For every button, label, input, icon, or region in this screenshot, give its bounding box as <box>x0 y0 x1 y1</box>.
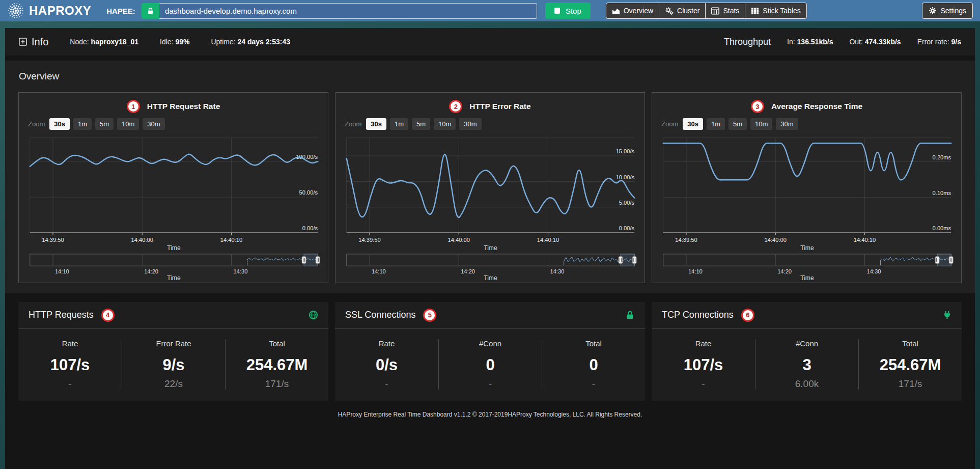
zoom-option-1m[interactable]: 1m <box>73 118 92 130</box>
chart-area-icon <box>612 7 620 15</box>
zoom-controls: Zoom 30s 1m 5m 10m 30m <box>28 118 322 130</box>
zoom-option-10m[interactable]: 10m <box>117 118 139 130</box>
stick-tables-button[interactable]: Stick Tables <box>745 3 806 19</box>
stop-button[interactable]: Stop <box>545 3 591 19</box>
idle-info: Idle: 99% <box>160 38 189 46</box>
card-http-requests: HTTP Requests 4 Rate 107/s - Err <box>18 302 328 401</box>
overview-button-label: Overview <box>624 7 653 15</box>
annotation-badge-1: 1 <box>127 100 140 113</box>
uptime-info: Uptime: 24 days 2:53:43 <box>211 38 290 46</box>
svg-text:14:40:10: 14:40:10 <box>220 237 242 243</box>
line-chart[interactable]: 14:39:5014:40:0014:40:1015.00/s10.00/s5.… <box>342 134 638 253</box>
zoom-label: Zoom <box>28 120 45 128</box>
stat-error-rate: Error Rate 9/s 22/s <box>122 339 225 390</box>
stat-value: 107/s <box>18 356 122 374</box>
chart-navigator[interactable]: 14:1014:2014:30Time <box>658 253 955 281</box>
card-title: HTTP Requests <box>29 310 94 320</box>
zoom-option-30s[interactable]: 30s <box>49 118 70 130</box>
svg-text:Time: Time <box>167 275 181 282</box>
charts-row: 1 HTTP Request Rate Zoom 30s 1m 5m 10m 3… <box>5 92 975 283</box>
svg-text:14:30: 14:30 <box>866 268 881 274</box>
svg-text:14:20: 14:20 <box>144 268 158 274</box>
page-content: Info Node: haproxy18_01 Idle: 99% Uptime… <box>5 28 975 469</box>
zoom-option-1m[interactable]: 1m <box>390 118 408 130</box>
stat-value: 254.67M <box>859 356 962 374</box>
card-header: SSL Connections 5 <box>335 302 645 329</box>
zoom-option-10m[interactable]: 10m <box>434 118 456 130</box>
plug-icon <box>943 310 951 320</box>
stat-value: 0 <box>439 356 542 374</box>
gear-icon <box>929 7 937 15</box>
svg-text:14:10: 14:10 <box>55 268 69 274</box>
svg-text:Time: Time <box>800 244 814 252</box>
chart-title: HTTP Error Rate <box>469 102 530 111</box>
zoom-option-5m[interactable]: 5m <box>95 118 114 130</box>
cards-row: HTTP Requests 4 Rate 107/s - Err <box>5 293 975 401</box>
svg-text:14:39:50: 14:39:50 <box>42 237 64 243</box>
stick-tables-button-label: Stick Tables <box>763 7 800 15</box>
stat-header: Total <box>859 339 962 348</box>
card-stats: Rate 107/s - #Conn 3 6.00k Total 254.67M… <box>652 329 962 401</box>
chart-panel-average-response-time: 3 Average Response Time Zoom 30s 1m 5m 1… <box>652 92 962 283</box>
uptime-value: 24 days 2:53:43 <box>238 38 291 46</box>
settings-button[interactable]: Settings <box>922 3 973 19</box>
hapee-label: HAPEE: <box>106 7 135 15</box>
svg-text:14:40:00: 14:40:00 <box>765 237 787 243</box>
chart-navigator[interactable]: 14:1014:2014:30Time <box>342 253 638 281</box>
card-tcp-connections: TCP Connections 6 Rate 107/s - # <box>652 302 962 401</box>
line-chart[interactable]: 14:39:5014:40:0014:40:100.20ms0.10ms0.00… <box>658 134 955 253</box>
chart-header: 3 Average Response Time <box>658 100 955 113</box>
info-left: Info Node: haproxy18_01 Idle: 99% Uptime… <box>19 36 290 48</box>
annotation-badge-3: 3 <box>751 100 764 113</box>
zoom-option-30s[interactable]: 30s <box>366 118 386 130</box>
zoom-option-30m[interactable]: 30m <box>776 118 798 130</box>
stop-icon <box>554 8 560 14</box>
annotation-badge-6: 6 <box>741 309 754 322</box>
stat-sub-value: 22/s <box>122 378 225 390</box>
plus-square-icon <box>19 38 27 46</box>
zoom-option-30m[interactable]: 30m <box>459 118 481 130</box>
secure-lock-addon <box>142 3 159 19</box>
chart-navigator[interactable]: 14:1014:2014:30Time <box>25 253 322 281</box>
svg-text:Time: Time <box>167 244 181 252</box>
svg-text:0.10ms: 0.10ms <box>933 190 951 196</box>
haproxy-logo-icon <box>7 2 24 19</box>
zoom-option-5m[interactable]: 5m <box>412 118 430 130</box>
cluster-button-label: Cluster <box>677 7 699 15</box>
svg-text:14:10: 14:10 <box>372 268 386 274</box>
zoom-option-1m[interactable]: 1m <box>707 118 725 130</box>
svg-text:14:30: 14:30 <box>550 268 564 274</box>
error-rate-info: Error rate: 9/s <box>917 38 961 46</box>
haproxy-brand: HAPROXY <box>7 2 91 19</box>
zoom-option-5m[interactable]: 5m <box>729 118 747 130</box>
chart-panel-http-request-rate: 1 HTTP Request Rate Zoom 30s 1m 5m 10m 3… <box>18 92 328 283</box>
stats-button[interactable]: Stats <box>705 3 745 19</box>
svg-text:Time: Time <box>800 275 814 282</box>
stat-value: 0 <box>542 356 645 374</box>
top-navbar: HAPROXY HAPEE: Stop Overview <box>0 0 980 21</box>
cluster-button[interactable]: Cluster <box>659 3 706 19</box>
section-title: Overview <box>19 71 975 82</box>
throughput-title: Throughput <box>724 37 771 47</box>
svg-text:0.00/s: 0.00/s <box>619 225 635 231</box>
line-chart[interactable]: 14:39:5014:40:0014:40:10100.00/s50.00/s0… <box>25 134 322 253</box>
zoom-label: Zoom <box>345 120 361 128</box>
overview-button[interactable]: Overview <box>606 3 659 19</box>
zoom-option-30s[interactable]: 30s <box>683 118 703 130</box>
settings-button-label: Settings <box>940 7 966 15</box>
stat-sub-value: 6.00k <box>755 378 858 390</box>
stat-total: Total 254.67M 171/s <box>858 339 962 390</box>
zoom-option-10m[interactable]: 10m <box>750 118 772 130</box>
stat-sub-value: - <box>335 378 438 390</box>
svg-text:50.00/s: 50.00/s <box>299 189 318 196</box>
svg-text:Time: Time <box>484 275 497 282</box>
stop-button-label: Stop <box>566 7 581 15</box>
info-expander[interactable]: Info <box>19 36 48 48</box>
card-stats: Rate 0/s - #Conn 0 - Total 0 - <box>335 329 645 401</box>
svg-text:14:30: 14:30 <box>233 268 247 274</box>
card-ssl-connections: SSL Connections 5 Rate 0/s - #Conn <box>335 302 645 401</box>
dashboard-url-input[interactable] <box>159 3 537 19</box>
svg-text:0.00ms: 0.00ms <box>933 225 951 231</box>
stat-value: 107/s <box>652 356 755 374</box>
zoom-option-30m[interactable]: 30m <box>143 118 164 130</box>
